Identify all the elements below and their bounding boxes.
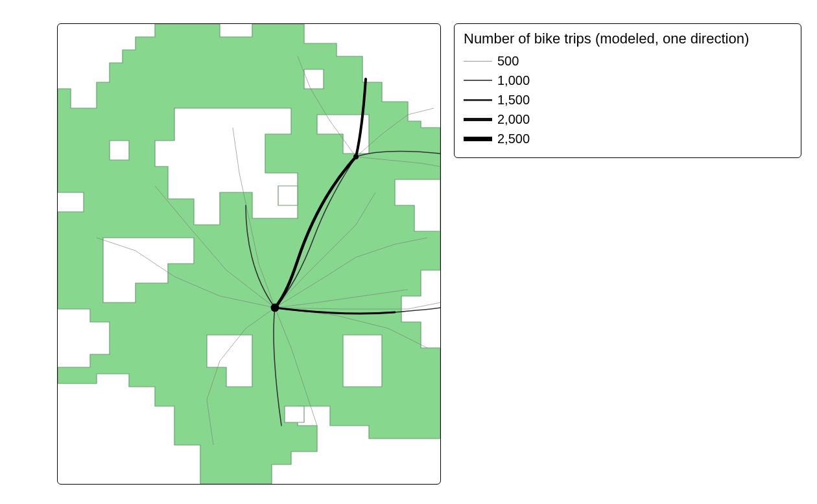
legend-line-icon bbox=[464, 80, 492, 81]
region-slot-d bbox=[110, 141, 129, 160]
region-slot-b bbox=[278, 186, 298, 205]
legend-item: 2,500 bbox=[464, 129, 792, 148]
legend-item-label: 2,000 bbox=[497, 112, 530, 127]
region-slot-a bbox=[304, 69, 324, 89]
legend-title: Number of bike trips (modeled, one direc… bbox=[464, 30, 792, 47]
legend-line-icon bbox=[464, 99, 492, 101]
map-panel bbox=[57, 23, 441, 485]
region-slot-c bbox=[285, 406, 304, 422]
legend-item: 1,000 bbox=[464, 71, 792, 90]
urban-regions bbox=[58, 24, 440, 484]
legend-item-label: 1,500 bbox=[497, 93, 530, 108]
legend: Number of bike trips (modeled, one direc… bbox=[454, 23, 801, 158]
legend-line-icon bbox=[464, 137, 492, 141]
legend-line-icon bbox=[464, 118, 492, 121]
legend-line-icon bbox=[464, 61, 492, 62]
legend-item: 1,500 bbox=[464, 90, 792, 109]
legend-item: 2,000 bbox=[464, 109, 792, 129]
legend-item-label: 1,000 bbox=[497, 73, 530, 88]
legend-item: 500 bbox=[464, 51, 792, 71]
node-ne bbox=[353, 154, 359, 159]
legend-item-label: 500 bbox=[497, 54, 519, 69]
map-svg bbox=[58, 24, 440, 484]
region-hole-se bbox=[343, 335, 382, 387]
legend-item-label: 2,500 bbox=[497, 132, 530, 146]
hub-point bbox=[271, 304, 279, 312]
